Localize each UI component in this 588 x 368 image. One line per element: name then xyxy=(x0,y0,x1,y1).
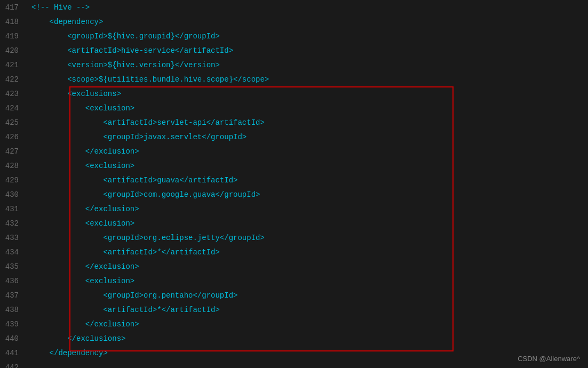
line-number: 438 xyxy=(0,306,29,314)
code-line: 439 </exclusion> xyxy=(0,317,588,331)
line-content: <artifactId>servlet-api</artifactId> xyxy=(29,118,588,127)
line-number: 434 xyxy=(0,248,29,257)
line-content: <groupId>org.pentaho</groupId> xyxy=(29,291,588,300)
line-content: </exclusion> xyxy=(29,147,588,156)
code-line: 436 <exclusion> xyxy=(0,274,588,288)
code-line: 438 <artifactId>*</artifactId> xyxy=(0,302,588,317)
line-number: 440 xyxy=(0,334,29,343)
line-number: 425 xyxy=(0,118,29,127)
line-content: <exclusions> xyxy=(29,90,588,98)
line-content: <exclusion> xyxy=(29,162,588,170)
line-number: 430 xyxy=(0,190,29,199)
code-line: 430 <groupId>com.google.guava</groupId> xyxy=(0,187,588,202)
line-content: </exclusions> xyxy=(29,334,588,343)
code-line: 424 <exclusion> xyxy=(0,101,588,115)
line-number: 418 xyxy=(0,18,29,26)
code-line: 418 <dependency> xyxy=(0,14,588,29)
code-container: 417<!-- Hive -->418 <dependency>419 <gro… xyxy=(0,0,588,368)
code-line: 441 </dependency> xyxy=(0,346,588,360)
code-line: 434 <artifactId>*</artifactId> xyxy=(0,245,588,259)
code-line: 420 <artifactId>hive-service</artifactId… xyxy=(0,43,588,58)
line-number: 423 xyxy=(0,90,29,98)
line-content: <artifactId>*</artifactId> xyxy=(29,248,588,257)
line-content: <artifactId>guava</artifactId> xyxy=(29,176,588,185)
line-content: <scope>${utilities.bundle.hive.scope}</s… xyxy=(29,75,588,84)
line-number: 437 xyxy=(0,291,29,300)
line-number: 432 xyxy=(0,219,29,228)
line-number: 422 xyxy=(0,75,29,84)
code-line: 421 <version>${hive.version}</version> xyxy=(0,58,588,72)
code-line: 422 <scope>${utilities.bundle.hive.scope… xyxy=(0,72,588,86)
line-number: 441 xyxy=(0,349,29,357)
line-content: <groupId>com.google.guava</groupId> xyxy=(29,190,588,199)
line-content: </exclusion> xyxy=(29,262,588,271)
line-content: <artifactId>*</artifactId> xyxy=(29,306,588,314)
line-number: 433 xyxy=(0,234,29,242)
line-content: <exclusion> xyxy=(29,277,588,285)
line-number: 424 xyxy=(0,104,29,113)
line-number: 427 xyxy=(0,147,29,156)
code-line: 429 <artifactId>guava</artifactId> xyxy=(0,173,588,187)
code-line: 431 </exclusion> xyxy=(0,202,588,216)
line-number: 431 xyxy=(0,205,29,213)
line-number: 417 xyxy=(0,3,29,12)
code-line: 437 <groupId>org.pentaho</groupId> xyxy=(0,288,588,302)
code-line: 425 <artifactId>servlet-api</artifactId> xyxy=(0,115,588,130)
code-line: 432 <exclusion> xyxy=(0,216,588,230)
line-content: <exclusion> xyxy=(29,104,588,113)
code-line: 417<!-- Hive --> xyxy=(0,0,588,14)
line-content: <dependency> xyxy=(29,18,588,26)
code-line: 427 </exclusion> xyxy=(0,144,588,158)
line-content: <groupId>org.eclipse.jetty</groupId> xyxy=(29,234,588,242)
line-content: <artifactId>hive-service</artifactId> xyxy=(29,46,588,55)
line-number: 442 xyxy=(0,363,29,369)
line-number: 419 xyxy=(0,32,29,41)
line-number: 420 xyxy=(0,46,29,55)
code-line: 440 </exclusions> xyxy=(0,331,588,346)
line-number: 435 xyxy=(0,262,29,271)
code-line: 433 <groupId>org.eclipse.jetty</groupId> xyxy=(0,230,588,245)
line-content: <version>${hive.version}</version> xyxy=(29,61,588,69)
line-content: </exclusion> xyxy=(29,320,588,329)
code-line: 428 <exclusion> xyxy=(0,158,588,173)
line-number: 429 xyxy=(0,176,29,185)
line-number: 436 xyxy=(0,277,29,285)
code-line: 426 <groupId>javax.servlet</groupId> xyxy=(0,130,588,144)
code-line: 442 xyxy=(0,360,588,368)
lines-container: 417<!-- Hive -->418 <dependency>419 <gro… xyxy=(0,0,588,368)
code-line: 423 <exclusions> xyxy=(0,86,588,101)
line-content: <groupId>javax.servlet</groupId> xyxy=(29,133,588,141)
line-number: 439 xyxy=(0,320,29,329)
line-number: 421 xyxy=(0,61,29,69)
line-content: </dependency> xyxy=(29,349,588,357)
code-line: 419 <groupId>${hive.groupid}</groupId> xyxy=(0,29,588,43)
line-number: 426 xyxy=(0,133,29,141)
line-content: <groupId>${hive.groupid}</groupId> xyxy=(29,32,588,41)
line-content: <!-- Hive --> xyxy=(29,3,588,12)
line-number: 428 xyxy=(0,162,29,170)
line-content: <exclusion> xyxy=(29,219,588,228)
code-line: 435 </exclusion> xyxy=(0,259,588,274)
watermark: CSDN @Alienware^ xyxy=(518,355,580,363)
line-content: </exclusion> xyxy=(29,205,588,213)
